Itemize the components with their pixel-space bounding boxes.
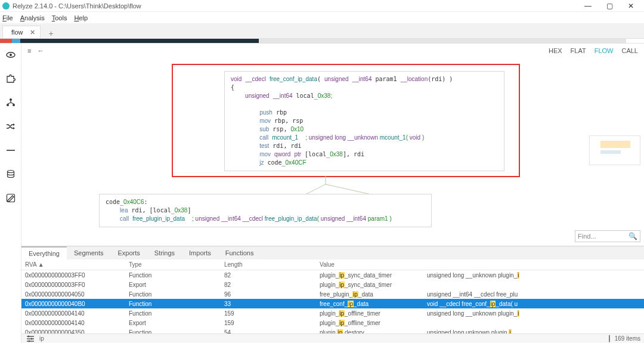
svg-point-1 — [10, 54, 12, 56]
menu-analysis[interactable]: Analysis — [20, 14, 45, 21]
new-tab-button[interactable]: + — [45, 29, 57, 38]
close-tab-icon[interactable]: ✕ — [30, 29, 35, 36]
segment[interactable] — [0, 39, 12, 43]
search-icon[interactable]: 🔍 — [628, 232, 637, 240]
close-button[interactable]: ✕ — [620, 2, 642, 10]
view-flat[interactable]: FLAT — [571, 47, 586, 54]
flow-canvas[interactable]: void __cdecl free_conf_ip_data( unsigned… — [21, 58, 644, 246]
code-block-sub[interactable]: code_0x40C6: lea rdi, [local_0x38] call … — [99, 194, 432, 227]
shuffle-icon[interactable] — [5, 121, 16, 132]
results-table[interactable]: 0x0000000000003FF0Function82plugin_ip_sy… — [21, 270, 644, 333]
table-row[interactable]: 0x0000000000004050Function96free_plugin_… — [21, 289, 644, 299]
back-icon[interactable]: ← — [37, 47, 44, 54]
table-row[interactable]: 0x0000000000003FF0Function82plugin_ip_sy… — [21, 270, 644, 280]
line-icon[interactable] — [5, 145, 16, 156]
divider-icon: ┃ — [608, 335, 611, 342]
view-call[interactable]: CALL — [621, 47, 638, 54]
app-logo — [2, 2, 10, 10]
view-hex[interactable]: HEX — [549, 47, 562, 54]
document-tab-label: flow — [11, 29, 23, 36]
tab-segments[interactable]: Segments — [67, 247, 111, 259]
item-count: 169 items — [615, 335, 640, 342]
column-header[interactable]: Value — [320, 261, 427, 268]
tab-imports[interactable]: Imports — [182, 247, 218, 259]
view-flow[interactable]: FLOW — [595, 47, 614, 54]
tab-strings[interactable]: Strings — [147, 247, 182, 259]
segment[interactable] — [20, 39, 259, 43]
svg-point-4 — [13, 104, 15, 106]
table-row[interactable]: 0x0000000000003FF0Export82plugin_ip_sync… — [21, 280, 644, 289]
column-header[interactable]: Type — [129, 261, 224, 268]
segment[interactable] — [259, 39, 626, 43]
find-placeholder: Find... — [578, 233, 596, 240]
table-row[interactable]: 0x00000000000040B0Function33free_conf_ip… — [21, 299, 644, 308]
database-icon[interactable] — [5, 169, 16, 180]
svg-point-3 — [7, 104, 9, 106]
find-box[interactable]: Find... 🔍 — [575, 230, 640, 242]
bottom-tabs: EverythingSegmentsExportsStringsImportsF… — [21, 246, 644, 259]
table-header[interactable]: RVA ▲TypeLengthValue — [21, 259, 644, 270]
svg-point-8 — [31, 338, 33, 339]
svg-point-7 — [28, 335, 30, 337]
code-block-main[interactable]: void __cdecl free_conf_ip_data( unsigned… — [224, 71, 504, 171]
document-tab[interactable]: flow ✕ — [2, 26, 41, 38]
table-row[interactable]: 0x0000000000004140Export159plugin_ip_off… — [21, 318, 644, 327]
tab-exports[interactable]: Exports — [111, 247, 147, 259]
menu-help[interactable]: Help — [74, 14, 88, 21]
tab-everything[interactable]: Everything — [21, 246, 67, 259]
segment-overview-bar[interactable] — [0, 39, 644, 44]
window-title: Relyze 2.14.0 - C:\Users\Think\Desktop\f… — [13, 2, 577, 10]
segment[interactable] — [12, 39, 20, 43]
menu-tools[interactable]: Tools — [52, 14, 67, 21]
minimize-button[interactable]: — — [577, 2, 599, 10]
svg-point-2 — [10, 98, 12, 101]
tab-functions[interactable]: Functions — [218, 247, 261, 259]
svg-point-5 — [7, 171, 14, 173]
menu-bar: FileAnalysisToolsHelp — [0, 12, 644, 23]
eye-icon[interactable] — [5, 50, 16, 60]
tool-rail — [0, 44, 21, 343]
table-row[interactable]: 0x0000000000004350Function54plugin ip de… — [21, 327, 644, 333]
table-row[interactable]: 0x0000000000004140Function159plugin_ip_o… — [21, 308, 644, 318]
menu-file[interactable]: File — [2, 14, 13, 21]
minimap[interactable] — [589, 135, 640, 165]
puzzle-icon[interactable] — [5, 73, 16, 84]
filter-text: ip — [39, 335, 44, 342]
menu-icon[interactable]: ≡ — [27, 47, 31, 54]
column-header[interactable]: RVA ▲ — [21, 261, 129, 268]
edit-icon[interactable] — [5, 193, 16, 203]
settings-icon[interactable] — [25, 333, 36, 344]
column-header[interactable]: Length — [224, 261, 320, 268]
hierarchy-icon[interactable] — [5, 97, 16, 108]
maximize-button[interactable]: ▢ — [599, 2, 620, 10]
svg-point-9 — [29, 340, 30, 342]
